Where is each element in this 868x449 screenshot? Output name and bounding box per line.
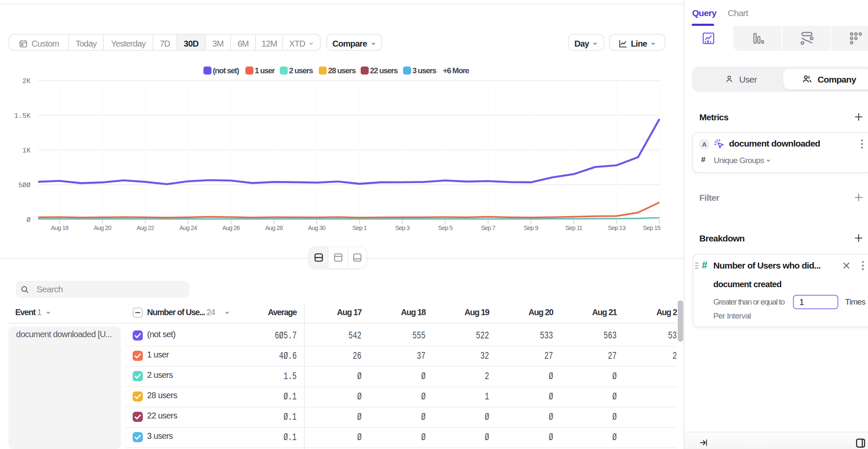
svg-text:Aug 30: Aug 30 — [308, 224, 326, 231]
svg-text:Sep 11: Sep 11 — [565, 224, 583, 231]
svg-text:Sep 1: Sep 1 — [352, 224, 367, 231]
svg-text:1K: 1K — [22, 147, 31, 155]
svg-text:Aug 22: Aug 22 — [136, 224, 154, 231]
svg-text:Aug 20: Aug 20 — [94, 224, 111, 231]
svg-text:Sep 7: Sep 7 — [481, 224, 496, 231]
svg-text:Sep 3: Sep 3 — [395, 224, 410, 231]
svg-text:Aug 18: Aug 18 — [51, 224, 69, 231]
svg-text:Sep 5: Sep 5 — [438, 224, 453, 231]
svg-text:Sep 15: Sep 15 — [643, 224, 661, 231]
svg-text:Sep 13: Sep 13 — [608, 224, 626, 231]
svg-text:Ø: Ø — [26, 216, 31, 224]
svg-text:Aug 26: Aug 26 — [222, 224, 240, 231]
svg-text:Aug 28: Aug 28 — [265, 224, 283, 231]
svg-text:1.5K: 1.5K — [14, 112, 31, 120]
svg-text:5ØØ: 5ØØ — [18, 182, 31, 189]
svg-text:Sep 9: Sep 9 — [524, 224, 539, 231]
svg-text:2K: 2K — [22, 78, 31, 85]
svg-text:Aug 24: Aug 24 — [179, 224, 197, 231]
